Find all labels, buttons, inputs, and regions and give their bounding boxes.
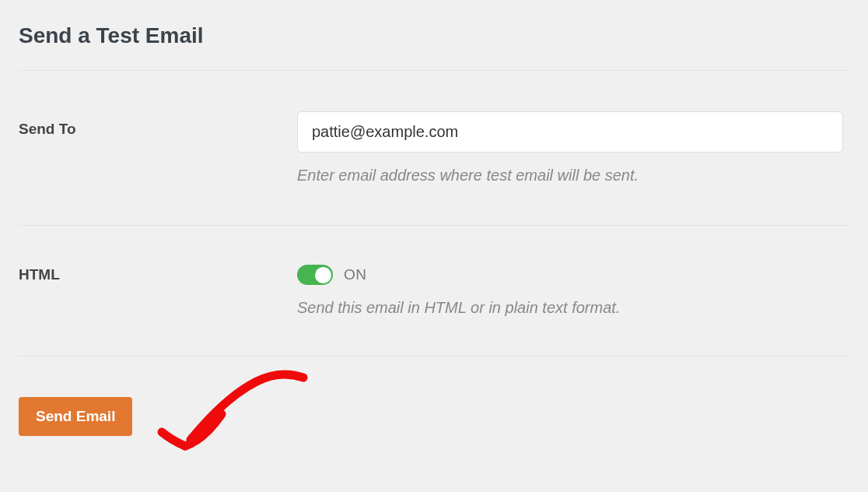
button-row: Send Email — [19, 357, 849, 436]
send-email-button[interactable]: Send Email — [19, 397, 132, 436]
send-to-row: Send To Enter email address where test e… — [19, 71, 849, 226]
send-to-help: Enter email address where test email wil… — [297, 167, 849, 184]
html-label: HTML — [19, 265, 297, 283]
html-control: ON Send this email in HTML or in plain t… — [297, 265, 849, 317]
html-help: Send this email in HTML or in plain text… — [297, 299, 849, 317]
send-to-input[interactable] — [297, 111, 843, 153]
send-to-label: Send To — [19, 111, 297, 138]
html-row: HTML ON Send this email in HTML or in pl… — [19, 226, 849, 357]
toggle-knob — [315, 267, 331, 283]
html-toggle[interactable] — [297, 265, 333, 285]
html-toggle-row: ON — [297, 265, 849, 285]
page-title: Send a Test Email — [19, 0, 849, 71]
html-toggle-status: ON — [344, 266, 367, 283]
send-to-control: Enter email address where test email wil… — [297, 111, 849, 184]
